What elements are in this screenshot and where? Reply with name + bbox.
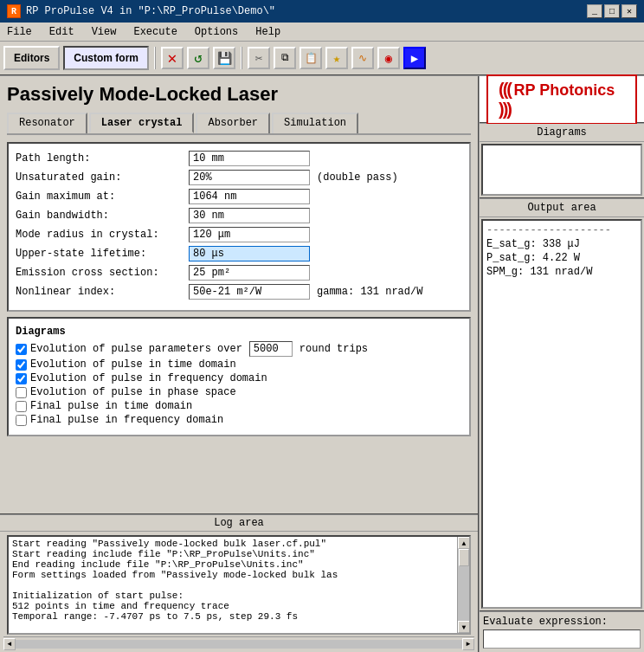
cut-button[interactable]: ✂ (248, 47, 270, 69)
close-button[interactable]: ✕ (621, 4, 637, 18)
diagram-label-2: Evolution of pulse in frequency domain (30, 372, 267, 384)
diagram-check-5[interactable] (16, 415, 27, 426)
tab-simulation[interactable]: Simulation (272, 113, 358, 133)
form-row-4: Mode radius in crystal: (16, 227, 462, 242)
scroll-track[interactable] (458, 549, 469, 621)
field-input-0[interactable] (189, 151, 310, 166)
form-row-6: Emission cross section: (16, 265, 462, 281)
field-input-4[interactable] (189, 227, 310, 242)
diagram-label-5: Final pulse in frequency domain (30, 414, 223, 426)
tab-resonator[interactable]: Resonator (7, 113, 87, 133)
hscroll-track[interactable] (16, 640, 462, 649)
diagram-item-5: Final pulse in frequency domain (16, 414, 462, 426)
diagrams-right-panel: Diagrams (480, 124, 644, 199)
right-panel: ((( RP Photonics ))) Diagrams Output are… (480, 76, 644, 652)
menu-options[interactable]: Options (191, 25, 242, 39)
output-header: Output area (480, 199, 644, 217)
menu-view[interactable]: View (88, 25, 120, 39)
diagram-input-0[interactable] (249, 341, 293, 357)
diagram-label-3: Evolution of pulse in phase space (30, 386, 236, 398)
content-area: Passively Mode-Locked Laser Resonator La… (0, 76, 478, 513)
menu-execute[interactable]: Execute (130, 25, 180, 39)
horizontal-scrollbar[interactable]: ◄ ► (3, 636, 474, 650)
hscroll-right-button[interactable]: ► (462, 638, 474, 650)
diagram-check-2[interactable] (16, 373, 27, 384)
hscroll-left-button[interactable]: ◄ (3, 638, 16, 650)
title-bar: R RP ProPulse V4 in "P:\RP_ProPulse\Demo… (0, 0, 644, 23)
field-label-3: Gain bandwidth: (16, 210, 189, 222)
diagrams-title: Diagrams (16, 326, 462, 338)
form-row-5: Upper-state lifetime: (16, 246, 462, 261)
back-icon: ↺ (194, 49, 203, 67)
field-input-1[interactable] (189, 170, 310, 185)
diagram-label-0-part2: round trips (299, 343, 368, 355)
scroll-down-button[interactable]: ▼ (458, 621, 470, 633)
scroll-thumb[interactable] (459, 549, 469, 566)
left-panel: Passively Mode-Locked Laser Resonator La… (0, 76, 480, 652)
rp-logo: ((( RP Photonics ))) (480, 76, 644, 124)
diagram-item-1: Evolution of pulse in time domain (16, 358, 462, 371)
menu-file[interactable]: File (3, 25, 35, 39)
copy-button[interactable]: ⧉ (274, 47, 296, 69)
save-button[interactable]: 💾 (213, 47, 235, 69)
circle-icon: ◉ (385, 51, 392, 66)
log-line-5: Initialization of start pulse: (12, 591, 455, 601)
menu-edit[interactable]: Edit (46, 25, 78, 39)
main-layout: Passively Mode-Locked Laser Resonator La… (0, 76, 644, 652)
field-extra-7: gamma: 131 nrad/W (317, 286, 422, 298)
paste-button[interactable]: 📋 (299, 47, 322, 69)
log-line-2: End reading include file "P:\RP_ProPulse… (12, 559, 455, 570)
editors-button[interactable]: Editors (3, 46, 60, 70)
diagrams-right-content (481, 144, 642, 196)
scroll-up-button[interactable]: ▲ (458, 537, 470, 549)
field-extra-1: (double pass) (317, 171, 398, 184)
diagrams-section: Diagrams Evolution of pulse parameters o… (7, 317, 471, 436)
diagram-check-1[interactable] (16, 359, 27, 371)
field-label-1: Unsaturated gain: (16, 171, 189, 184)
log-line-1: Start reading include file "P:\RP_ProPul… (12, 549, 455, 559)
maximize-button[interactable]: □ (604, 4, 620, 18)
field-label-2: Gain maximum at: (16, 190, 189, 203)
form-row-3: Gain bandwidth: (16, 208, 462, 223)
log-scrollbar[interactable]: ▲ ▼ (457, 537, 469, 633)
back-button[interactable]: ↺ (187, 47, 209, 69)
output-dashes: -------------------- (486, 224, 637, 236)
log-line-6: 512 points in time and frequency trace (12, 601, 455, 611)
scissors-icon: ✂ (255, 51, 262, 66)
save-icon: 💾 (217, 51, 232, 66)
field-input-2[interactable] (189, 189, 310, 204)
field-input-6[interactable] (189, 265, 310, 281)
diagram-check-3[interactable] (16, 387, 27, 398)
form-row-0: Path length: (16, 151, 462, 166)
menu-help[interactable]: Help (252, 25, 284, 39)
star-icon: ★ (333, 51, 340, 66)
diagram-item-4: Final pulse in time domain (16, 400, 462, 412)
diagram-item-2: Evolution of pulse in frequency domain (16, 372, 462, 384)
field-input-7[interactable] (189, 284, 310, 300)
diagram-label-1: Evolution of pulse in time domain (30, 358, 236, 371)
toolbar-divider-1 (154, 47, 156, 69)
custom-form-button[interactable]: Custom form (63, 46, 149, 70)
diagram-check-4[interactable] (16, 401, 27, 412)
output-line-3: SPM_g: 131 nrad/W (486, 266, 637, 278)
log-line-0: Start reading "Passively mode-locked bul… (12, 539, 455, 549)
run-button[interactable]: ▶ (403, 47, 426, 69)
bookmark-button[interactable]: ★ (325, 47, 348, 69)
waveform-button[interactable]: ∿ (351, 47, 374, 69)
evaluate-input[interactable] (483, 629, 641, 649)
diagram-item-0: Evolution of pulse parameters over round… (16, 341, 462, 357)
minimize-button[interactable]: _ (587, 4, 602, 18)
output-content: -------------------- E_sat_g: 338 μJ P_s… (481, 219, 642, 609)
laser-crystal-form: Path length: Unsaturated gain: (double p… (7, 142, 471, 312)
diagram-check-0[interactable] (16, 344, 27, 355)
form-row-7: Nonlinear index: gamma: 131 nrad/W (16, 284, 462, 300)
output-area: Output area -------------------- E_sat_g… (480, 199, 644, 610)
log-line-3: Form settings loaded from "Passively mod… (12, 570, 455, 580)
tab-absorber[interactable]: Absorber (196, 113, 270, 133)
field-input-3[interactable] (189, 208, 310, 223)
stop-button[interactable]: ✕ (161, 47, 184, 69)
field-input-5[interactable] (189, 246, 310, 261)
rp-logo-inner: ((( RP Photonics ))) (486, 74, 637, 125)
diagram-button[interactable]: ◉ (377, 47, 400, 69)
tab-laser-crystal[interactable]: Laser crystal (89, 113, 195, 133)
